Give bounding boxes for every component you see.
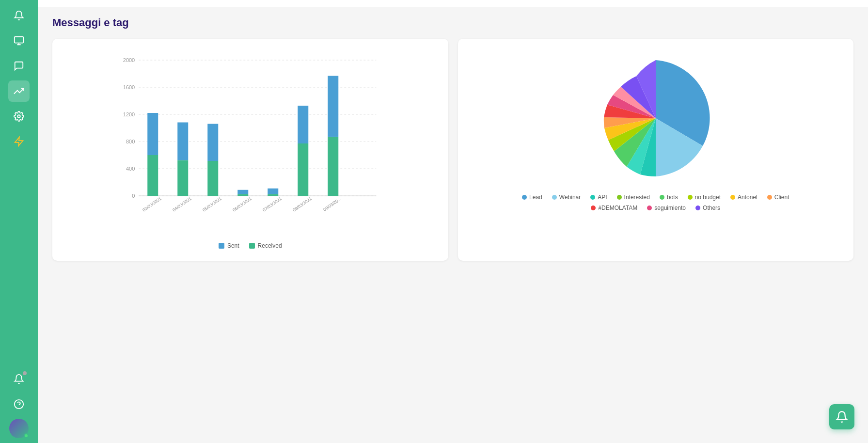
- svg-rect-22: [207, 161, 218, 196]
- pie-legend-antonel: Antonel: [730, 194, 758, 201]
- fab-button[interactable]: [829, 404, 854, 429]
- pie-legend-bots: bots: [660, 194, 678, 201]
- svg-text:800: 800: [126, 139, 135, 144]
- legend-received: Received: [249, 242, 282, 249]
- pie-legend-client: Client: [767, 194, 789, 201]
- lead-dot: [522, 195, 527, 200]
- interested-dot: [617, 195, 622, 200]
- svg-text:07/03/2021: 07/03/2021: [262, 196, 283, 213]
- webinar-dot: [552, 195, 557, 200]
- pie-chart-wrapper: [588, 50, 724, 186]
- sidebar: [0, 0, 38, 443]
- svg-text:05/03/2021: 05/03/2021: [202, 196, 222, 213]
- pie-legend-others: Others: [695, 205, 720, 211]
- top-bar: [38, 0, 868, 7]
- svg-rect-31: [298, 143, 308, 196]
- section-title: Messaggi e tag: [52, 16, 853, 29]
- bar-chart-svg: 2000 1600 1200 800 400 0 03/03/2021: [64, 50, 437, 235]
- bots-dot: [660, 195, 664, 200]
- webinar-label: Webinar: [559, 194, 581, 201]
- pie-chart-card: Lead Webinar API Interested bots: [458, 39, 854, 261]
- svg-rect-32: [298, 106, 308, 143]
- pie-legend-webinar: Webinar: [552, 194, 581, 201]
- svg-text:09/03/20...: 09/03/20...: [322, 196, 342, 212]
- bots-label: bots: [667, 194, 678, 201]
- bar-chart-legend: Sent Received: [64, 242, 437, 249]
- nobudget-dot: [688, 195, 693, 200]
- bar-chart-card: 2000 1600 1200 800 400 0 03/03/2021: [52, 39, 448, 261]
- seguimiento-label: seguimiento: [654, 205, 686, 211]
- svg-rect-25: [237, 194, 248, 196]
- bar-chart-area: 2000 1600 1200 800 400 0 03/03/2021: [64, 50, 437, 235]
- legend-received-label: Received: [258, 242, 282, 249]
- fab-icon: [836, 411, 848, 423]
- gear-sidebar-icon[interactable]: [8, 106, 30, 127]
- seguimiento-dot: [647, 206, 652, 210]
- sidebar-bottom: [8, 368, 30, 438]
- pie-legend-api: API: [590, 194, 607, 201]
- pie-chart-legend: Lead Webinar API Interested bots: [520, 194, 791, 211]
- svg-rect-19: [177, 160, 188, 196]
- svg-text:400: 400: [126, 166, 135, 172]
- svg-rect-20: [177, 123, 188, 160]
- legend-sent-label: Sent: [227, 242, 239, 249]
- svg-text:0: 0: [132, 193, 135, 199]
- antonel-label: Antonel: [738, 194, 758, 201]
- charts-row: 2000 1600 1200 800 400 0 03/03/2021: [52, 39, 853, 261]
- pie-legend-demolatam: #DEMOLATAM: [591, 205, 637, 211]
- pie-legend-interested: Interested: [617, 194, 650, 201]
- api-dot: [590, 195, 595, 200]
- notification-dot: [23, 371, 27, 375]
- client-label: Client: [774, 194, 789, 201]
- lead-label: Lead: [529, 194, 542, 201]
- svg-rect-26: [237, 190, 248, 194]
- notification-bell-icon[interactable]: [8, 368, 30, 390]
- svg-point-1: [17, 115, 20, 118]
- svg-marker-2: [15, 137, 23, 146]
- others-dot: [695, 206, 700, 210]
- svg-text:04/03/2021: 04/03/2021: [172, 196, 192, 213]
- avatar[interactable]: [9, 419, 29, 438]
- demolatam-label: #DEMOLATAM: [598, 205, 637, 211]
- svg-rect-35: [328, 76, 338, 137]
- svg-rect-0: [15, 37, 23, 43]
- antonel-dot: [730, 195, 735, 200]
- api-label: API: [598, 194, 607, 201]
- main-content: Messaggi e tag 2000 1600 1200 800: [38, 0, 868, 443]
- legend-sent: Sent: [219, 242, 239, 249]
- svg-text:1600: 1600: [123, 84, 135, 90]
- interested-label: Interested: [624, 194, 650, 201]
- svg-text:08/03/2021: 08/03/2021: [292, 196, 313, 213]
- trending-sidebar-icon[interactable]: [8, 80, 30, 102]
- svg-rect-29: [268, 189, 278, 194]
- bar-sent-1: [147, 113, 158, 155]
- svg-rect-28: [268, 194, 278, 196]
- svg-rect-34: [328, 137, 338, 196]
- svg-text:03/03/2021: 03/03/2021: [142, 196, 162, 213]
- svg-text:2000: 2000: [123, 57, 135, 63]
- pie-legend-nobudget: no budget: [688, 194, 721, 201]
- received-color-dot: [249, 243, 255, 249]
- bar-received-1: [147, 155, 158, 196]
- pie-chart-svg: [588, 50, 724, 186]
- svg-text:1200: 1200: [123, 111, 135, 117]
- help-icon[interactable]: [8, 394, 30, 415]
- chat-sidebar-icon[interactable]: [8, 55, 30, 77]
- svg-text:06/03/2021: 06/03/2021: [232, 196, 253, 213]
- monitor-sidebar-icon[interactable]: [8, 30, 30, 51]
- pie-legend-lead: Lead: [522, 194, 542, 201]
- pie-legend-seguimiento: seguimiento: [647, 205, 686, 211]
- others-label: Others: [703, 205, 720, 211]
- svg-rect-23: [207, 124, 218, 161]
- demolatam-dot: [591, 206, 596, 210]
- bell-sidebar-icon[interactable]: [8, 5, 30, 26]
- online-dot: [24, 433, 29, 438]
- sent-color-dot: [219, 243, 224, 249]
- lightning-sidebar-icon[interactable]: [8, 131, 30, 152]
- client-dot: [767, 195, 772, 200]
- nobudget-label: no budget: [695, 194, 721, 201]
